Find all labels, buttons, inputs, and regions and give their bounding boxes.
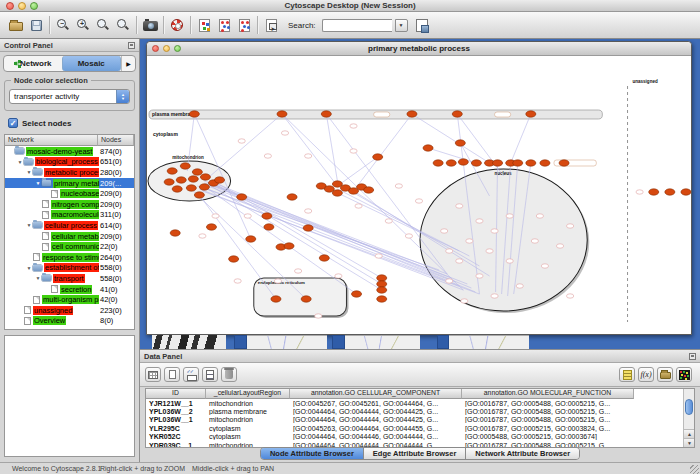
network-graph[interactable]: plasma membranecytoplasmnucleusmitochond… bbox=[147, 56, 691, 334]
save-button[interactable] bbox=[26, 15, 46, 35]
tab-overflow-button[interactable]: ▶ bbox=[121, 56, 135, 71]
window-fragment[interactable] bbox=[234, 335, 247, 349]
search-dropdown-button[interactable]: ▼ bbox=[395, 19, 408, 32]
page-icon bbox=[42, 200, 49, 208]
annotation-notes-button[interactable] bbox=[619, 367, 635, 382]
create-net-b-button[interactable] bbox=[234, 15, 254, 35]
tree-row[interactable]: ▼metabolic process280(0) bbox=[5, 167, 134, 178]
vizmapper-button[interactable] bbox=[194, 15, 214, 35]
zoom-out-button[interactable]: − bbox=[53, 15, 73, 35]
tab-edge-attribute-browser[interactable]: Edge Attribute Browser bbox=[364, 448, 466, 459]
table-row[interactable]: YKR052Ccytoplasm[GO:0044464, GO:0044446,… bbox=[146, 433, 694, 441]
tree-row[interactable]: unassigned223(0) bbox=[5, 305, 134, 316]
help-ring-button[interactable] bbox=[167, 15, 187, 35]
column-header[interactable]: annotation.GO MOLECULAR_FUNCTION bbox=[462, 389, 634, 399]
tree-row[interactable]: ▼cellular process614(0) bbox=[5, 220, 134, 231]
export-image-button[interactable] bbox=[140, 15, 160, 35]
tree-row[interactable]: multi-organism pro42(0) bbox=[5, 294, 134, 305]
tree-row[interactable]: ▼transport558(0) bbox=[5, 273, 134, 284]
search-input[interactable] bbox=[322, 19, 392, 32]
resize-grip[interactable] bbox=[690, 465, 699, 474]
toolbar-icons: −+ bbox=[6, 15, 281, 35]
network-window-titlebar[interactable]: primary metabolic process bbox=[147, 42, 691, 56]
select-nodes-label: Select nodes bbox=[22, 119, 71, 128]
import-attributes-icon bbox=[660, 372, 671, 379]
annotate-button[interactable] bbox=[261, 15, 281, 35]
expand-arrow-icon[interactable]: ▼ bbox=[25, 222, 33, 228]
tree-column-nodes[interactable]: Nodes bbox=[98, 135, 134, 146]
node-color-dropdown[interactable]: transporter activity ▲▼ bbox=[9, 89, 130, 104]
tree-row[interactable]: cell communicat22(0) bbox=[5, 241, 134, 252]
expand-arrow-icon[interactable]: ▼ bbox=[34, 180, 42, 186]
table-row[interactable]: YPL036W__1mitochondrion[GO:0044464, GO:0… bbox=[146, 416, 694, 424]
tree-row[interactable]: macromolecule311(0) bbox=[5, 210, 134, 221]
tab-node-attribute-browser[interactable]: Node Attribute Browser bbox=[261, 448, 364, 459]
tab-network[interactable]: Network bbox=[4, 56, 62, 71]
float-panel-icon[interactable] bbox=[128, 42, 135, 49]
close-window-button[interactable] bbox=[6, 2, 14, 10]
create-net-a-button[interactable] bbox=[214, 15, 234, 35]
network-canvas[interactable]: plasma membranecytoplasmnucleusmitochond… bbox=[147, 56, 691, 334]
zoom-view-button[interactable] bbox=[174, 45, 181, 52]
column-header[interactable]: annotation.GO CELLULAR_COMPONENT bbox=[290, 389, 462, 399]
heatmap-view-button[interactable] bbox=[676, 367, 692, 382]
tree-row[interactable]: ▼establishment of lo558(0) bbox=[5, 263, 134, 274]
window-fragment[interactable] bbox=[247, 335, 327, 349]
table-scrollbar[interactable]: ▲ ▼ bbox=[683, 389, 694, 447]
select-attributes-button[interactable] bbox=[183, 367, 199, 382]
select-all-attributes-button[interactable] bbox=[145, 367, 161, 382]
open-file-button[interactable] bbox=[6, 15, 26, 35]
zoom-window-button[interactable] bbox=[30, 2, 38, 10]
status-pan-hint: Middle-click + drag to PAN bbox=[192, 465, 274, 472]
column-header[interactable]: _cellularLayoutRegion bbox=[206, 389, 290, 399]
table-cell: [GO:0045267, GO:0045261, GO:0044464, G..… bbox=[290, 400, 462, 407]
zoom-fit-button[interactable] bbox=[93, 15, 113, 35]
tree-row[interactable]: Overview8(0) bbox=[5, 316, 134, 327]
table-row[interactable]: YPL036W__2plasma membrane[GO:0044464, GO… bbox=[146, 407, 694, 415]
window-fragment[interactable] bbox=[332, 335, 345, 349]
scroll-down-icon[interactable]: ▼ bbox=[684, 438, 695, 447]
table-row[interactable]: YLR295Ccytoplasm[GO:0045263, GO:0044464,… bbox=[146, 424, 694, 432]
import-attributes-button[interactable] bbox=[657, 367, 673, 382]
table-cell: YLR295C bbox=[146, 425, 206, 432]
create-attribute-button[interactable] bbox=[164, 367, 180, 382]
table-row[interactable]: YJR121W__1mitochondrion[GO:0045267, GO:0… bbox=[146, 399, 694, 407]
tree-row[interactable]: response to stimulu264(0) bbox=[5, 252, 134, 263]
tree-row[interactable]: ▼biological_process651(0) bbox=[5, 157, 134, 168]
scroll-up-icon[interactable]: ▲ bbox=[684, 429, 695, 438]
mdi-desktop: primary metabolic process plasma membran… bbox=[140, 39, 700, 462]
table-cell: [GO:0044464, GO:0044444, GO:0044425, G..… bbox=[290, 416, 462, 423]
tab-mosaic[interactable]: Mosaic bbox=[62, 56, 122, 71]
delete-attribute-button[interactable] bbox=[221, 367, 237, 382]
tree-row[interactable]: nucleobase-209(0) bbox=[5, 188, 134, 199]
formula-builder-button[interactable]: f(x) bbox=[638, 367, 654, 382]
minimize-view-button[interactable] bbox=[163, 45, 170, 52]
unselect-attributes-button[interactable] bbox=[202, 367, 218, 382]
scrollbar-thumb[interactable] bbox=[685, 399, 693, 415]
birdseye-view-panel[interactable] bbox=[4, 335, 135, 457]
search-config-icon[interactable] bbox=[416, 19, 428, 32]
tree-row[interactable]: secretion41(0) bbox=[5, 284, 134, 295]
expand-arrow-icon[interactable]: ▼ bbox=[16, 159, 24, 165]
float-panel-icon[interactable] bbox=[689, 353, 696, 360]
tab-network-attribute-browser[interactable]: Network Attribute Browser bbox=[466, 448, 579, 459]
zoom-selected-button[interactable] bbox=[113, 15, 133, 35]
tree-row[interactable]: nitrogen compo209(0) bbox=[5, 199, 134, 210]
zoom-in-button[interactable]: + bbox=[73, 15, 93, 35]
window-fragment[interactable] bbox=[437, 335, 449, 349]
tree-column-network[interactable]: Network bbox=[5, 135, 98, 146]
expand-arrow-icon[interactable]: ▼ bbox=[25, 265, 33, 271]
expand-arrow-icon[interactable]: ▼ bbox=[34, 275, 42, 281]
window-fragment[interactable] bbox=[449, 335, 529, 349]
close-view-button[interactable] bbox=[152, 45, 159, 52]
expand-arrow-icon[interactable]: ▼ bbox=[25, 169, 33, 175]
tree-row[interactable]: cellular metabol209(0) bbox=[5, 231, 134, 242]
save-icon bbox=[31, 20, 42, 31]
minimize-window-button[interactable] bbox=[18, 2, 26, 10]
window-fragment[interactable] bbox=[152, 335, 226, 349]
column-header[interactable]: ID bbox=[146, 389, 206, 399]
select-nodes-checkbox[interactable]: ✓ bbox=[8, 118, 18, 128]
window-fragment[interactable] bbox=[345, 335, 420, 349]
tree-row[interactable]: mosaic-demo-yeast874(0) bbox=[5, 146, 134, 157]
tree-row[interactable]: ▼primary metabo209(... bbox=[5, 178, 134, 189]
